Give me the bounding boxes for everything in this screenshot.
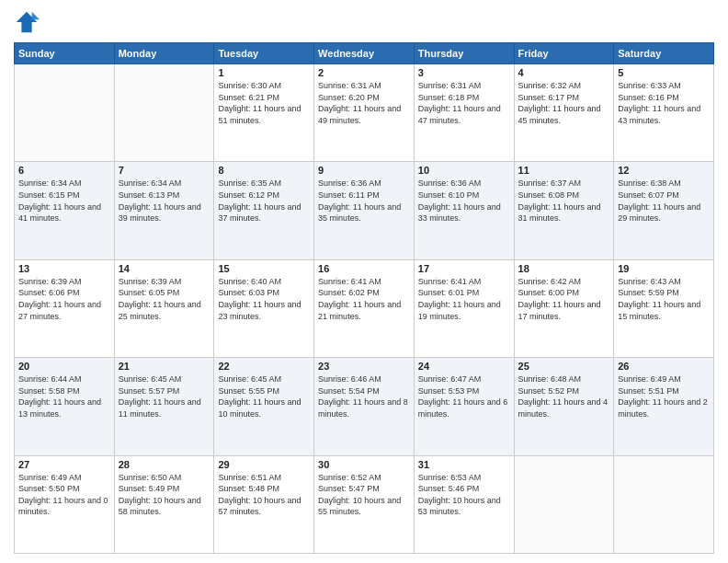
day-number: 1 (218, 67, 310, 78)
day-info: Sunrise: 6:49 AM Sunset: 5:51 PM Dayligh… (618, 373, 710, 419)
day-info: Sunrise: 6:52 AM Sunset: 5:47 PM Dayligh… (318, 472, 410, 518)
day-info: Sunrise: 6:36 AM Sunset: 6:11 PM Dayligh… (318, 178, 410, 224)
day-number: 2 (318, 67, 410, 78)
day-info: Sunrise: 6:49 AM Sunset: 5:50 PM Dayligh… (18, 472, 110, 518)
day-number: 11 (518, 165, 610, 176)
day-info: Sunrise: 6:39 AM Sunset: 6:05 PM Dayligh… (119, 276, 210, 322)
calendar-cell: 26Sunrise: 6:49 AM Sunset: 5:51 PM Dayli… (614, 358, 714, 455)
day-info: Sunrise: 6:45 AM Sunset: 5:57 PM Dayligh… (119, 373, 210, 419)
day-info: Sunrise: 6:31 AM Sunset: 6:20 PM Dayligh… (318, 80, 410, 126)
day-info: Sunrise: 6:37 AM Sunset: 6:08 PM Dayligh… (518, 178, 610, 224)
day-number: 19 (618, 263, 710, 274)
calendar-cell: 28Sunrise: 6:50 AM Sunset: 5:49 PM Dayli… (114, 455, 214, 553)
day-number: 29 (218, 459, 310, 470)
day-number: 30 (318, 459, 410, 470)
calendar-week-1: 1Sunrise: 6:30 AM Sunset: 6:21 PM Daylig… (15, 64, 714, 162)
day-info: Sunrise: 6:33 AM Sunset: 6:16 PM Dayligh… (618, 80, 710, 126)
day-info: Sunrise: 6:38 AM Sunset: 6:07 PM Dayligh… (618, 178, 710, 224)
calendar-cell: 20Sunrise: 6:44 AM Sunset: 5:58 PM Dayli… (15, 358, 115, 455)
day-info: Sunrise: 6:45 AM Sunset: 5:55 PM Dayligh… (218, 373, 310, 419)
calendar-cell: 13Sunrise: 6:39 AM Sunset: 6:06 PM Dayli… (15, 259, 115, 357)
day-number: 25 (518, 361, 610, 372)
calendar-week-2: 6Sunrise: 6:34 AM Sunset: 6:15 PM Daylig… (15, 162, 714, 259)
day-number: 3 (418, 67, 510, 78)
day-number: 10 (418, 165, 510, 176)
day-number: 20 (18, 361, 110, 372)
calendar-week-3: 13Sunrise: 6:39 AM Sunset: 6:06 PM Dayli… (15, 259, 714, 357)
logo (14, 9, 43, 35)
calendar-week-4: 20Sunrise: 6:44 AM Sunset: 5:58 PM Dayli… (15, 358, 714, 455)
calendar-cell: 21Sunrise: 6:45 AM Sunset: 5:57 PM Dayli… (114, 358, 214, 455)
calendar-cell: 23Sunrise: 6:46 AM Sunset: 5:54 PM Dayli… (314, 358, 415, 455)
day-info: Sunrise: 6:41 AM Sunset: 6:01 PM Dayligh… (418, 276, 510, 322)
calendar-cell: 29Sunrise: 6:51 AM Sunset: 5:48 PM Dayli… (214, 455, 314, 553)
weekday-header-row: SundayMondayTuesdayWednesdayThursdayFrid… (15, 43, 714, 64)
day-number: 5 (618, 67, 710, 78)
calendar-cell: 8Sunrise: 6:35 AM Sunset: 6:12 PM Daylig… (214, 162, 314, 259)
calendar-cell: 18Sunrise: 6:42 AM Sunset: 6:00 PM Dayli… (514, 259, 614, 357)
day-number: 21 (119, 361, 210, 372)
calendar-table: SundayMondayTuesdayWednesdayThursdayFrid… (14, 42, 714, 554)
calendar-cell: 31Sunrise: 6:53 AM Sunset: 5:46 PM Dayli… (414, 455, 514, 553)
day-number: 23 (318, 361, 410, 372)
day-number: 28 (119, 459, 210, 470)
calendar-cell: 12Sunrise: 6:38 AM Sunset: 6:07 PM Dayli… (614, 162, 714, 259)
calendar-cell: 3Sunrise: 6:31 AM Sunset: 6:18 PM Daylig… (414, 64, 514, 162)
day-number: 7 (119, 165, 210, 176)
calendar-cell (15, 64, 115, 162)
calendar-cell: 10Sunrise: 6:36 AM Sunset: 6:10 PM Dayli… (414, 162, 514, 259)
day-number: 14 (119, 263, 210, 274)
calendar-cell: 19Sunrise: 6:43 AM Sunset: 5:59 PM Dayli… (614, 259, 714, 357)
day-info: Sunrise: 6:30 AM Sunset: 6:21 PM Dayligh… (218, 80, 310, 126)
day-number: 27 (18, 459, 110, 470)
header (14, 9, 714, 35)
svg-marker-1 (32, 12, 40, 19)
day-number: 24 (418, 361, 510, 372)
weekday-header-monday: Monday (114, 43, 214, 64)
day-info: Sunrise: 6:47 AM Sunset: 5:53 PM Dayligh… (418, 373, 510, 419)
weekday-header-sunday: Sunday (15, 43, 115, 64)
day-number: 17 (418, 263, 510, 274)
calendar-cell: 7Sunrise: 6:34 AM Sunset: 6:13 PM Daylig… (114, 162, 214, 259)
weekday-header-friday: Friday (514, 43, 614, 64)
day-info: Sunrise: 6:46 AM Sunset: 5:54 PM Dayligh… (318, 373, 410, 419)
weekday-header-thursday: Thursday (414, 43, 514, 64)
day-number: 26 (618, 361, 710, 372)
day-info: Sunrise: 6:50 AM Sunset: 5:49 PM Dayligh… (119, 472, 210, 518)
calendar-cell: 17Sunrise: 6:41 AM Sunset: 6:01 PM Dayli… (414, 259, 514, 357)
day-info: Sunrise: 6:34 AM Sunset: 6:15 PM Dayligh… (18, 178, 110, 224)
calendar-cell: 6Sunrise: 6:34 AM Sunset: 6:15 PM Daylig… (15, 162, 115, 259)
day-info: Sunrise: 6:41 AM Sunset: 6:02 PM Dayligh… (318, 276, 410, 322)
day-info: Sunrise: 6:40 AM Sunset: 6:03 PM Dayligh… (218, 276, 310, 322)
day-info: Sunrise: 6:53 AM Sunset: 5:46 PM Dayligh… (418, 472, 510, 518)
day-number: 6 (18, 165, 110, 176)
day-info: Sunrise: 6:44 AM Sunset: 5:58 PM Dayligh… (18, 373, 110, 419)
day-number: 12 (618, 165, 710, 176)
calendar-cell: 11Sunrise: 6:37 AM Sunset: 6:08 PM Dayli… (514, 162, 614, 259)
day-info: Sunrise: 6:43 AM Sunset: 5:59 PM Dayligh… (618, 276, 710, 322)
day-info: Sunrise: 6:51 AM Sunset: 5:48 PM Dayligh… (218, 472, 310, 518)
calendar-cell (614, 455, 714, 553)
calendar-cell: 27Sunrise: 6:49 AM Sunset: 5:50 PM Dayli… (15, 455, 115, 553)
calendar-cell: 9Sunrise: 6:36 AM Sunset: 6:11 PM Daylig… (314, 162, 415, 259)
day-info: Sunrise: 6:39 AM Sunset: 6:06 PM Dayligh… (18, 276, 110, 322)
day-number: 18 (518, 263, 610, 274)
calendar-cell: 30Sunrise: 6:52 AM Sunset: 5:47 PM Dayli… (314, 455, 415, 553)
calendar-cell: 16Sunrise: 6:41 AM Sunset: 6:02 PM Dayli… (314, 259, 415, 357)
calendar-cell: 14Sunrise: 6:39 AM Sunset: 6:05 PM Dayli… (114, 259, 214, 357)
day-number: 16 (318, 263, 410, 274)
logo-icon (14, 9, 40, 35)
calendar-cell: 24Sunrise: 6:47 AM Sunset: 5:53 PM Dayli… (414, 358, 514, 455)
day-info: Sunrise: 6:42 AM Sunset: 6:00 PM Dayligh… (518, 276, 610, 322)
calendar-cell: 22Sunrise: 6:45 AM Sunset: 5:55 PM Dayli… (214, 358, 314, 455)
day-info: Sunrise: 6:32 AM Sunset: 6:17 PM Dayligh… (518, 80, 610, 126)
weekday-header-tuesday: Tuesday (214, 43, 314, 64)
day-number: 15 (218, 263, 310, 274)
day-info: Sunrise: 6:48 AM Sunset: 5:52 PM Dayligh… (518, 373, 610, 419)
weekday-header-saturday: Saturday (614, 43, 714, 64)
day-number: 8 (218, 165, 310, 176)
day-info: Sunrise: 6:31 AM Sunset: 6:18 PM Dayligh… (418, 80, 510, 126)
page: SundayMondayTuesdayWednesdayThursdayFrid… (0, 0, 728, 563)
day-info: Sunrise: 6:35 AM Sunset: 6:12 PM Dayligh… (218, 178, 310, 224)
calendar-cell: 4Sunrise: 6:32 AM Sunset: 6:17 PM Daylig… (514, 64, 614, 162)
